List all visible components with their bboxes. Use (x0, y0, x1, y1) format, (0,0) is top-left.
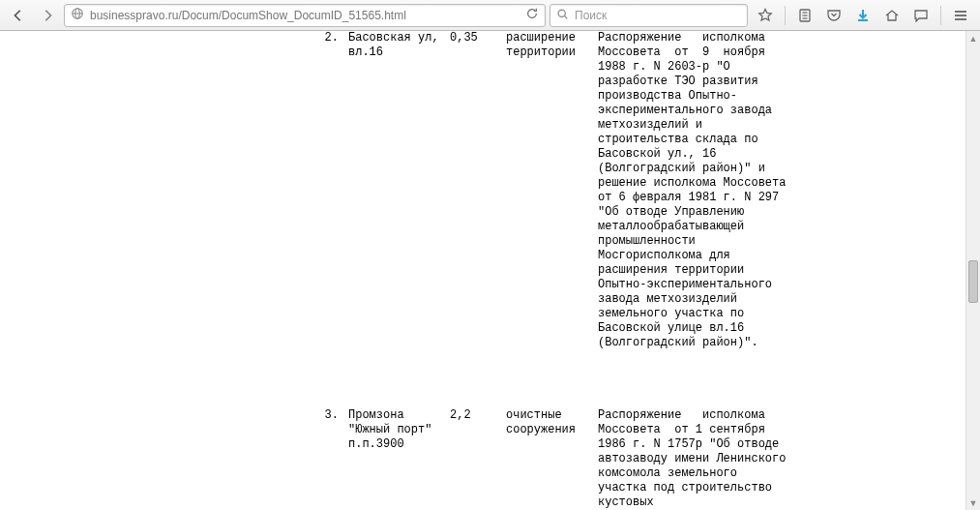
toolbar-separator (940, 6, 941, 25)
back-button[interactable] (6, 4, 31, 27)
globe-icon (71, 7, 84, 24)
scroll-down-arrow[interactable]: ▼ (966, 495, 980, 510)
bookmark-star-icon[interactable] (754, 4, 777, 27)
home-icon[interactable] (880, 4, 904, 27)
cell-number: 2. (319, 31, 348, 350)
scroll-up-arrow[interactable]: ▲ (966, 31, 980, 45)
reader-icon[interactable] (793, 4, 817, 27)
scroll-thumb[interactable] (968, 260, 978, 303)
menu-icon[interactable] (949, 4, 972, 27)
toolbar-icons (752, 4, 974, 27)
cell-value: 2,2 (450, 408, 506, 510)
cell-number: 3. (319, 408, 348, 510)
scroll-track[interactable] (966, 45, 980, 495)
pocket-icon[interactable] (822, 4, 846, 27)
downloads-icon[interactable] (851, 4, 875, 27)
search-icon (556, 7, 569, 24)
search-input[interactable] (575, 9, 741, 22)
cell-address: Басовская ул, вл.16 (348, 31, 450, 350)
url-bar[interactable]: businesspravo.ru/Docum/DocumShow_DocumID… (64, 4, 546, 27)
cell-basis: Распоряжение исполкома Моссовета от 1 се… (598, 408, 796, 510)
cell-purpose: расширение территории (506, 31, 598, 350)
table-row: 3. Промзона "Южный порт" п.п.3900 2,2 оч… (319, 408, 796, 510)
svg-line-4 (565, 15, 568, 18)
chat-icon[interactable] (909, 4, 933, 27)
reload-button[interactable] (525, 7, 539, 24)
cell-value: 0,35 (450, 31, 506, 350)
svg-point-3 (558, 10, 565, 16)
url-text: businesspravo.ru/Docum/DocumShow_DocumID… (90, 9, 520, 22)
page-content: 2. Басовская ул, вл.16 0,35 расширение т… (0, 31, 980, 510)
vertical-scrollbar[interactable]: ▲ ▼ (965, 31, 980, 510)
browser-toolbar: businesspravo.ru/Docum/DocumShow_DocumID… (0, 0, 980, 31)
forward-button[interactable] (35, 4, 60, 27)
document-table: 2. Басовская ул, вл.16 0,35 расширение т… (319, 31, 796, 510)
cell-basis: Распоряжение исполкома Моссовета от 9 но… (598, 31, 796, 350)
table-row: 2. Басовская ул, вл.16 0,35 расширение т… (319, 31, 796, 350)
cell-purpose: очистные сооружения (506, 408, 598, 510)
toolbar-separator (785, 6, 786, 25)
cell-address: Промзона "Южный порт" п.п.3900 (348, 408, 450, 510)
search-bar[interactable] (549, 4, 748, 27)
